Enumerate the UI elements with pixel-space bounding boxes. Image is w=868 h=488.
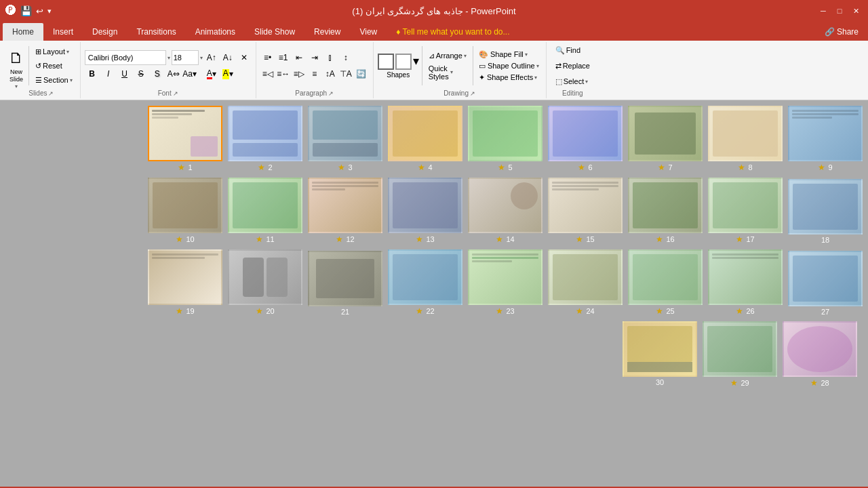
slide-item-3[interactable]: ★ 3	[308, 106, 382, 172]
align-right-button[interactable]: ≡▷	[292, 66, 307, 81]
slide-item-1[interactable]: ★ 1	[148, 106, 222, 172]
quick-styles-button[interactable]: QuickStyles ▾	[425, 63, 470, 82]
spacing-button[interactable]: A⇔	[166, 66, 181, 81]
quick-access-save[interactable]: 💾	[20, 5, 32, 16]
slide-item-25[interactable]: ★ 25	[628, 249, 703, 316]
shape-effects-button[interactable]: ✦ Shape Effects ▾	[476, 73, 542, 83]
reset-button[interactable]: ↺ Reset	[32, 60, 76, 73]
slide-item-11[interactable]: ★ 11	[228, 178, 302, 244]
slide-item-4[interactable]: ★ 4	[388, 106, 462, 172]
tab-slideshow[interactable]: Slide Show	[245, 23, 304, 41]
select-button[interactable]: ⬚ Select ▾	[551, 75, 595, 88]
slide-inner-6	[549, 107, 621, 160]
font-name-dropdown[interactable]: ▾	[167, 55, 170, 61]
window-title: جاذبه های گردشگری ایران (1) - PowerPoint	[52, 6, 816, 16]
arrange-button[interactable]: ⊿ Arrange ▾	[425, 50, 470, 62]
shape-2[interactable]	[395, 54, 412, 70]
slide-item-28[interactable]: ★ 28	[783, 321, 857, 388]
font-group-content: ▾ ▾ A↑ A↓ ✕ B I U S S A⇔ Aa▾	[85, 43, 252, 88]
slides-expand-icon[interactable]: ↗	[48, 90, 54, 97]
find-button[interactable]: 🔍 Find	[551, 44, 595, 57]
numbered-list-button[interactable]: ≡1	[276, 50, 291, 65]
slide-item-26[interactable]: ★ 26	[708, 249, 783, 316]
font-color-button[interactable]: A▾	[204, 66, 219, 81]
replace-button[interactable]: ⇄ Replace	[551, 60, 595, 73]
slide-item-21[interactable]: 21	[308, 251, 382, 316]
rectangle-shape[interactable]	[378, 54, 394, 70]
tab-insert[interactable]: Insert	[43, 23, 83, 41]
slide-item-22[interactable]: ★ 22	[388, 249, 462, 316]
tab-design[interactable]: Design	[83, 23, 127, 41]
increase-font-button[interactable]: A↑	[204, 50, 219, 65]
tab-tell-me[interactable]: ♦ Tell me what you want to do...	[387, 23, 519, 41]
slide-item-10[interactable]: ★ 10	[148, 178, 222, 244]
slide-item-27[interactable]: 27	[788, 251, 863, 316]
line-spacing-button[interactable]: ↕	[338, 50, 353, 65]
tab-review[interactable]: Review	[304, 23, 350, 41]
slide-item-5[interactable]: ★ 5	[468, 106, 542, 172]
tab-transitions[interactable]: Transitions	[127, 23, 185, 41]
slide-item-2[interactable]: ★ 2	[228, 106, 302, 172]
tab-home[interactable]: Home	[3, 23, 43, 41]
convert-smartart-button[interactable]: 🔄	[354, 66, 369, 81]
font-label-text: Font	[158, 89, 172, 97]
clear-formatting-button[interactable]: ✕	[237, 50, 252, 65]
share-button[interactable]: 🔗 Share	[815, 23, 868, 41]
slide-item-13[interactable]: ★ 13	[388, 178, 462, 244]
maximize-button[interactable]: □	[833, 4, 846, 18]
slide-item-17[interactable]: ★ 17	[708, 178, 783, 244]
section-button[interactable]: ☰ Section ▾	[32, 74, 76, 87]
slide-item-24[interactable]: ★ 24	[548, 249, 623, 316]
align-left-button[interactable]: ≡◁	[260, 66, 275, 81]
shape-outline-button[interactable]: ▭ Shape Outline ▾	[476, 61, 542, 71]
slide-item-23[interactable]: ★ 23	[468, 249, 542, 316]
slide-item-14[interactable]: ★ 14	[468, 178, 542, 244]
align-center-button[interactable]: ≡↔	[276, 66, 291, 81]
slide-item-6[interactable]: ★ 6	[548, 106, 623, 172]
increase-indent-button[interactable]: ⇥	[307, 50, 322, 65]
font-name-input[interactable]	[85, 50, 166, 65]
decrease-font-button[interactable]: A↓	[220, 50, 235, 65]
slide-item-29[interactable]: ★ 29	[703, 321, 777, 388]
slide-item-16[interactable]: ★ 16	[628, 178, 703, 244]
slide-item-18[interactable]: 18	[788, 179, 863, 244]
slide-item-20[interactable]: ★ 20	[228, 249, 302, 316]
paragraph-expand-icon[interactable]: ↗	[328, 90, 334, 97]
align-text-button[interactable]: ⊤A	[338, 66, 353, 81]
slide-item-15[interactable]: ★ 15	[548, 178, 623, 244]
layout-button[interactable]: ⊞ Layout ▾	[32, 45, 76, 58]
new-slide-button[interactable]: 🗋 NewSlide ▾	[7, 45, 26, 87]
slide-item-19[interactable]: ★ 19	[148, 249, 222, 316]
shape-fill-button[interactable]: 🎨 Shape Fill ▾	[476, 49, 542, 60]
tab-animations[interactable]: Animations	[186, 23, 245, 41]
tab-view[interactable]: View	[350, 23, 387, 41]
font-expand-icon[interactable]: ↗	[173, 90, 178, 97]
close-button[interactable]: ✕	[849, 4, 863, 18]
case-button[interactable]: Aa▾	[182, 66, 197, 81]
justify-button[interactable]: ≡	[307, 66, 322, 81]
highlight-button[interactable]: A▾	[220, 66, 235, 81]
slide-item-30[interactable]: 30	[623, 321, 697, 388]
slide-item-8[interactable]: ★ 8	[708, 106, 783, 172]
slide-item-7[interactable]: ★ 7	[628, 106, 703, 172]
slide-content-17	[713, 182, 778, 228]
shadow-button[interactable]: S	[150, 66, 165, 81]
slides-panel[interactable]: ★ 9 ★ 8	[0, 100, 868, 487]
strikethrough-button[interactable]: S	[134, 66, 149, 81]
slide-item-9[interactable]: ★ 9	[788, 106, 863, 172]
bullet-list-button[interactable]: ≡•	[260, 50, 275, 65]
decrease-indent-button[interactable]: ⇤	[292, 50, 307, 65]
partial-row: ★ 28 ★ 29	[603, 321, 857, 388]
quick-access-undo[interactable]: ↩	[36, 6, 43, 16]
slide-item-12[interactable]: ★ 12	[308, 178, 382, 244]
font-size-dropdown[interactable]: ▾	[200, 55, 203, 61]
bold-button[interactable]: B	[85, 66, 100, 81]
italic-button[interactable]: I	[101, 66, 116, 81]
minimize-button[interactable]: ─	[816, 4, 830, 18]
shapes-dropdown-button[interactable]: ▾	[413, 54, 419, 70]
font-size-input[interactable]	[172, 50, 199, 65]
drawing-expand-icon[interactable]: ↗	[470, 90, 475, 97]
text-direction-button[interactable]: ↕A	[323, 66, 338, 81]
underline-button[interactable]: U	[117, 66, 132, 81]
columns-button[interactable]: ⫿	[323, 50, 338, 65]
